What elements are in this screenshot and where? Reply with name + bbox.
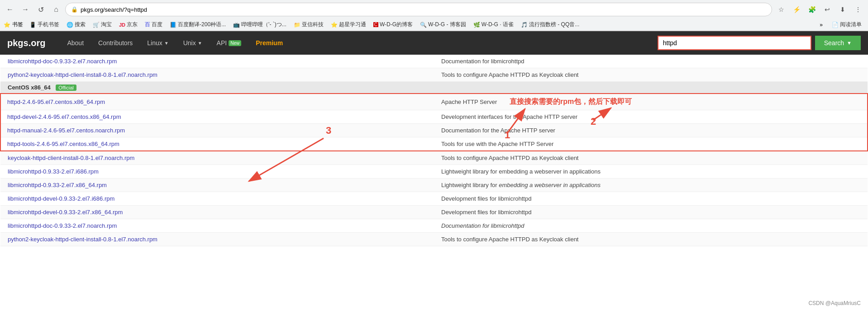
pkg-desc: Documentation for the Apache HTTP server — [441, 127, 555, 134]
pkg-link[interactable]: libmicrohttpd-0.9.33-2.el7.x86_64.rpm — [8, 182, 107, 188]
pkg-desc: Development files for libmicrohttpd — [441, 195, 531, 202]
nav-api[interactable]: API New — [210, 31, 249, 55]
pkg-link[interactable]: httpd-manual-2.4.6-95.el7.centos.noarch.… — [7, 127, 125, 134]
lightning-button[interactable]: ⚡ — [790, 3, 803, 16]
lock-icon: 🔒 — [71, 6, 78, 13]
pkg-desc: Tools to configure Apache HTTPD as Keycl… — [441, 71, 578, 78]
table-row: python2-keycloak-httpd-client-install-0.… — [0, 233, 868, 246]
bookmark-chaoxing[interactable]: ⭐超星学习通 — [328, 20, 369, 29]
bookmark-star-button[interactable]: ☆ — [775, 3, 787, 16]
bookmark-reading-list[interactable]: 📄阅读清单 — [829, 20, 864, 29]
home-button[interactable]: ⌂ — [50, 3, 62, 16]
site-logo[interactable]: pkgs.org — [7, 38, 45, 48]
nav-about[interactable]: About — [60, 31, 91, 55]
back-button[interactable]: ← — [4, 3, 16, 16]
section-header-centos: CentOS x86_64 Official — [0, 82, 868, 94]
pkg-link[interactable]: python2-keycloak-httpd-client-install-0.… — [8, 71, 157, 78]
bookmark-wdg-csdn[interactable]: CW-D-G的博客 — [371, 20, 415, 29]
address-bar[interactable]: 🔒 — [65, 3, 772, 16]
pkg-link[interactable]: httpd-tools-2.4.6-95.el7.centos.x86_64.r… — [7, 141, 119, 147]
pkg-link[interactable]: libmicrohttpd-0.9.33-2.el7.i686.rpm — [8, 168, 99, 175]
linux-dropdown-arrow: ▼ — [164, 41, 169, 46]
official-badge: Official — [56, 85, 76, 91]
bookmark-taobao[interactable]: 🛒淘宝 — [90, 20, 114, 29]
bookmark-baidu[interactable]: 百百度 — [142, 20, 165, 29]
pkg-desc: Lightweight library for embedding a webs… — [441, 182, 601, 188]
table-row: python2-keycloak-httpd-client-install-0.… — [0, 68, 868, 82]
table-row: httpd-manual-2.4.6-95.el7.centos.noarch.… — [0, 124, 868, 137]
pkg-link[interactable]: httpd-2.4.6-95.el7.centos.x86_64.rpm — [7, 99, 105, 105]
pkg-desc: Development files for libmicrohttpd — [441, 209, 531, 216]
site-navigation: pkgs.org About Contributors Linux ▼ Unix… — [0, 31, 868, 55]
history-back-button[interactable]: ↩ — [821, 3, 834, 16]
pkg-desc: Apache HTTP Server — [441, 99, 497, 105]
pkg-link[interactable]: libmicrohttpd-doc-0.9.33-2.el7.noarch.rp… — [8, 58, 117, 65]
pkg-link[interactable]: libmicrohttpd-devel-0.9.33-2.el7.x86_64.… — [8, 209, 123, 216]
nav-contributors[interactable]: Contributors — [91, 31, 140, 55]
bookmarks-bar: ⭐ 书签 📱手机书签 🌐搜索 🛒淘宝 JD京东 百百度 📘百度翻译-200种语.… — [0, 19, 868, 31]
chinese-annotation: 直接搜索需要的rpm包，然后下载即可 — [510, 98, 632, 105]
pkg-desc: Development interfaces for the Apache HT… — [441, 113, 577, 120]
section-title: CentOS x86_64 — [8, 84, 51, 91]
forward-button[interactable]: → — [19, 3, 32, 16]
reload-button[interactable]: ↺ — [34, 3, 47, 16]
nav-linux[interactable]: Linux ▼ — [140, 31, 176, 55]
nav-unix[interactable]: Unix ▼ — [176, 31, 210, 55]
pkg-link[interactable]: libmicrohttpd-doc-0.9.33-2.el7.noarch.rp… — [8, 222, 117, 229]
pkg-desc: Lightweight library for embedding a webs… — [441, 168, 601, 175]
table-row: keycloak-httpd-client-install-0.8-1.el7.… — [0, 151, 868, 165]
url-input[interactable] — [81, 6, 766, 13]
pkg-link[interactable]: httpd-devel-2.4.6-95.el7.centos.x86_64.r… — [7, 113, 121, 120]
pkg-link[interactable]: keycloak-httpd-client-install-0.8-1.el7.… — [8, 155, 134, 161]
pkg-desc: Documentation for libmicrohttpd — [441, 58, 525, 65]
bookmark-qqmusic[interactable]: 🎵流行指数榜 - QQ音... — [518, 20, 582, 29]
search-input[interactable] — [658, 36, 811, 50]
api-new-badge: New — [229, 40, 241, 46]
extensions-button[interactable]: 🧩 — [806, 3, 818, 16]
bookmark-wdg-cnblogs[interactable]: 🔍W-D-G - 博客园 — [417, 20, 469, 29]
table-row: httpd-devel-2.4.6-95.el7.centos.x86_64.r… — [0, 110, 868, 124]
main-content: libmicrohttpd-doc-0.9.33-2.el7.noarch.rp… — [0, 55, 868, 246]
pkg-link[interactable]: libmicrohttpd-devel-0.9.33-2.el7.i686.rp… — [8, 195, 114, 202]
bookmark-mobile[interactable]: 📱手机书签 — [27, 20, 62, 29]
pkg-desc: Tools to configure Apache HTTPD as Keycl… — [441, 155, 578, 161]
bookmark-search[interactable]: 🌐搜索 — [64, 20, 88, 29]
table-row: httpd-2.4.6-95.el7.centos.x86_64.rpm Apa… — [0, 94, 868, 110]
search-dropdown-arrow[interactable]: ▼ — [847, 40, 852, 46]
search-area: Search ▼ — [658, 36, 861, 50]
results-table: libmicrohttpd-doc-0.9.33-2.el7.noarch.rp… — [0, 55, 868, 246]
table-row: libmicrohttpd-0.9.33-2.el7.i686.rpm Ligh… — [0, 165, 868, 178]
bookmark-yaxin[interactable]: 📁亚信科技 — [291, 20, 326, 29]
table-row: libmicrohttpd-devel-0.9.33-2.el7.x86_64.… — [0, 206, 868, 219]
table-row: libmicrohttpd-doc-0.9.33-2.el7.noarch.rp… — [0, 219, 868, 233]
search-button[interactable]: Search ▼ — [815, 36, 861, 50]
bookmarks-star-icon: ⭐ — [4, 22, 10, 28]
nav-links: About Contributors Linux ▼ Unix ▼ API Ne… — [60, 31, 290, 55]
menu-button[interactable]: ⋮ — [852, 3, 864, 16]
browser-chrome: ← → ↺ ⌂ 🔒 ☆ ⚡ 🧩 ↩ ⬇ ⋮ ⭐ 书签 📱手机书签 🌐搜索 🛒淘宝… — [0, 0, 868, 31]
bookmark-bilibili[interactable]: 📺哔哩哔哩（'‐ `)つ... — [230, 20, 289, 29]
bookmarks-more[interactable]: » — [817, 21, 825, 29]
unix-dropdown-arrow: ▼ — [198, 41, 202, 46]
nav-premium[interactable]: Premium — [248, 31, 290, 55]
browser-toolbar: ← → ↺ ⌂ 🔒 ☆ ⚡ 🧩 ↩ ⬇ ⋮ — [0, 0, 868, 19]
pkg-desc: Documentation for libmicrohttpd — [441, 222, 525, 229]
pkg-desc: Tools to configure Apache HTTPD as Keycl… — [441, 236, 578, 243]
download-button[interactable]: ⬇ — [836, 3, 849, 16]
table-row: httpd-tools-2.4.6-95.el7.centos.x86_64.r… — [0, 137, 868, 151]
table-row: libmicrohttpd-0.9.33-2.el7.x86_64.rpm Li… — [0, 178, 868, 192]
table-row: libmicrohttpd-doc-0.9.33-2.el7.noarch.rp… — [0, 55, 868, 68]
pkg-desc: Tools for use with the Apache HTTP Serve… — [441, 141, 553, 147]
pkg-link[interactable]: python2-keycloak-httpd-client-install-0.… — [8, 236, 157, 243]
table-row: libmicrohttpd-devel-0.9.33-2.el7.i686.rp… — [0, 192, 868, 206]
bookmark-jd[interactable]: JD京东 — [116, 20, 140, 29]
bookmark-wdg-yuque[interactable]: 🌿W-D-G · 语雀 — [471, 20, 516, 29]
bookmarks-label: 书签 — [12, 21, 23, 28]
bookmark-baidu-translate[interactable]: 📘百度翻译-200种语... — [167, 20, 229, 29]
